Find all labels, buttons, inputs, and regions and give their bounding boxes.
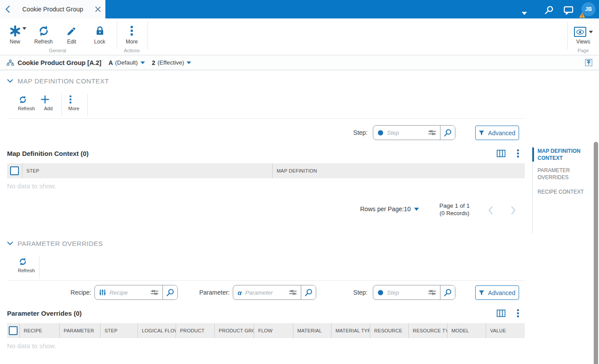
columns-icon [497,310,505,317]
step-filter-input[interactable] [383,130,428,136]
edit-pencil-icon [66,25,77,37]
chevron-down-icon [414,208,419,211]
ribbon-group-general-label: General [36,48,79,53]
nav-item-map-definition-context[interactable]: MAP DEFINITION CONTEXT [533,148,585,162]
revision-value: 2 [152,59,155,66]
section-collapse-button[interactable] [7,241,13,245]
column-header-material-type[interactable]: MATERIAL TYPE [331,323,370,338]
section-add-button[interactable]: Add [35,93,61,111]
views-button[interactable]: Views [569,22,597,49]
filter-options-button[interactable] [428,129,437,136]
step-search-button[interactable] [440,125,455,140]
advanced-filter-button[interactable]: Advanced [475,285,519,300]
section-collapse-button[interactable] [7,79,13,83]
filter-options-button[interactable] [150,289,159,296]
funnel-icon [479,290,484,296]
column-header-recipe[interactable]: RECIPE [19,323,59,338]
funnel-icon [479,130,484,136]
version-value: A [108,59,113,66]
tab-close-button[interactable] [90,0,105,18]
magnifier-icon [166,288,174,297]
column-header-value[interactable]: VALUE [486,323,525,338]
column-header-step[interactable]: STEP [100,323,137,338]
document-tab[interactable]: Cookie Product Group [0,0,105,18]
step-circle-icon [378,130,383,136]
column-header-parameter[interactable]: PARAMETER [59,323,100,338]
map-grid-header-row: STEP MAP DEFINITION [7,163,525,178]
refresh-label: Refresh [13,268,40,273]
overrides-section-toolbar: Refresh [7,254,525,281]
section-parameter-overrides-header: PARAMETER OVERRIDES [7,240,103,247]
messages-button[interactable] [559,4,578,15]
revision-selector[interactable]: 2 (Effective) [152,59,191,66]
views-eye-frame [574,27,586,37]
ribbon-separator [148,21,148,49]
section-more-button[interactable]: More [61,93,87,111]
edit-button[interactable]: Edit [58,22,86,49]
step-search-button[interactable] [440,285,455,300]
recipe-filter-input[interactable] [106,289,150,296]
column-header-step[interactable]: STEP [22,163,272,178]
search-icon [544,5,554,15]
popout-button[interactable] [585,59,592,66]
nav-item-recipe-context[interactable]: RECIPE CONTEXT [533,188,585,195]
page-number-text: Page 1 of 1 [433,202,476,209]
ribbon-toolbar: New Refresh Edit Lock More [0,18,599,55]
step-filter-input[interactable] [383,289,428,296]
refresh-button[interactable]: Refresh [29,22,58,49]
select-all-checkbox[interactable] [9,326,18,335]
grid-menu-button[interactable] [517,149,519,158]
chevron-down-icon [141,61,145,64]
back-button[interactable] [0,0,15,18]
lock-icon [94,25,105,37]
column-header-resource[interactable]: RESOURCE [370,323,408,338]
new-button[interactable]: New [1,22,29,49]
column-header-product[interactable]: PRODUCT [176,323,214,338]
toolbar-separator [39,256,40,278]
top-bar: Cookie Product Group JB [0,0,599,18]
close-icon [95,6,101,12]
magnifier-icon [444,288,452,297]
section-refresh-button[interactable]: Refresh [13,255,40,273]
column-header-material[interactable]: MATERIAL [293,323,331,338]
parameter-search-button[interactable] [301,285,316,300]
column-header-resource-type[interactable]: RESOURCE TYPE [408,323,447,338]
column-header-map-definition[interactable]: MAP DEFINITION [272,163,525,178]
section-chevron-icon [7,79,13,83]
lock-button[interactable]: Lock [86,22,114,49]
vertical-scrollbar[interactable] [594,142,598,364]
recipe-search-button[interactable] [163,285,177,300]
column-header-model[interactable]: MODEL [447,323,486,338]
refresh-icon [18,257,27,266]
rows-per-page-selector[interactable]: Rows per Page:10 [360,205,419,213]
refresh-icon [38,25,50,37]
column-header-product-group[interactable]: PRODUCT GROUP [214,323,254,338]
grid-menu-button[interactable] [517,309,519,317]
views-eye-icon [576,29,584,35]
global-search-button[interactable] [539,4,559,15]
back-chevron-icon [5,5,11,13]
column-chooser-button[interactable] [497,310,505,317]
version-selector[interactable]: A (Default) [108,59,145,66]
parameter-filter-label: Parameter: [189,285,230,300]
filter-options-button[interactable] [428,289,437,296]
select-all-checkbox[interactable] [10,166,19,175]
previous-page-button[interactable] [487,205,494,215]
next-page-button[interactable] [510,205,516,215]
section-map-definition-context-header: MAP DEFINITION CONTEXT [7,77,109,85]
warning-triangle-icon [579,12,585,18]
column-header-flow[interactable]: FLOW [254,323,293,338]
filter-options-button[interactable] [289,289,297,296]
topbar-actions: JB [515,0,599,18]
user-menu-button[interactable]: JB [578,0,599,18]
parameter-filter-input[interactable] [242,289,289,296]
column-header-logical-flow[interactable]: LOGICAL FLOW [137,323,176,338]
rows-per-page-label: Rows per Page: [360,205,404,213]
map-section-filter-row: Step: Advanced [0,125,599,141]
advanced-filter-button[interactable]: Advanced [475,126,519,140]
nav-item-parameter-overrides[interactable]: PARAMETER OVERRIDES [533,167,585,181]
topbar-dropdown-button[interactable] [515,4,534,15]
column-chooser-button[interactable] [497,150,505,157]
more-button[interactable]: More [118,22,146,49]
refresh-icon [18,95,27,104]
